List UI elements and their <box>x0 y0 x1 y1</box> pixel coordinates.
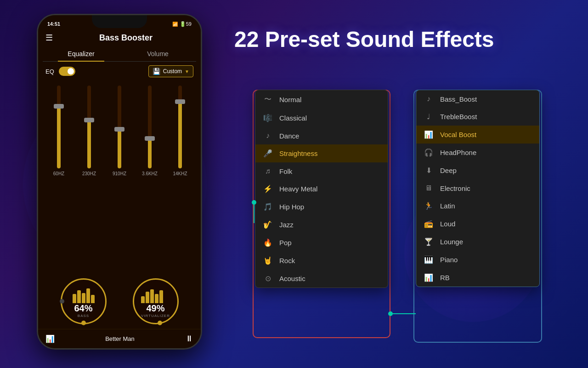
menu-icon[interactable]: ☰ <box>45 33 53 43</box>
slider-thumb-910hz[interactable] <box>114 127 124 132</box>
toggle-knob <box>68 68 74 75</box>
chevron-down-icon: ▼ <box>185 69 189 74</box>
tab-bar: Equalizer Volume <box>43 46 196 62</box>
menu-item-acoustic[interactable]: ⊙ Acoustic <box>255 270 388 288</box>
menu-item-bassboost[interactable]: ♪ Bass_Boost <box>416 90 539 108</box>
knob-inner-virtualizer: 49% VIRTUALIZER <box>141 285 170 318</box>
lounge-icon: 🍸 <box>424 237 434 246</box>
latin-label: Latin <box>440 202 532 210</box>
menu-item-piano[interactable]: 🎹 Piano <box>416 251 539 269</box>
wifi-icon: 📶 <box>172 22 178 27</box>
piano-icon: 🎹 <box>424 255 434 264</box>
menu-item-latin[interactable]: 🏃 Latin <box>416 197 539 215</box>
loud-label: Loud <box>440 220 532 228</box>
menu-item-lounge[interactable]: 🍸 Lounge <box>416 233 539 251</box>
slider-track-910hz[interactable] <box>118 86 121 168</box>
virtualizer-bars <box>141 285 170 303</box>
menu-item-folk[interactable]: ♬ Folk <box>255 162 388 180</box>
loud-icon: 📻 <box>424 219 434 228</box>
virtualizer-knob[interactable]: 49% VIRTUALIZER <box>133 278 179 324</box>
piano-label: Piano <box>440 256 532 264</box>
slider-230hz: 230HZ <box>76 86 102 187</box>
freq-label-3600hz: 3.6KHZ <box>142 171 158 176</box>
menu-item-jazz[interactable]: 🎷 Jazz <box>255 216 388 234</box>
slider-track-60hz[interactable] <box>57 86 61 168</box>
headphone-label: HeadPhone <box>440 149 532 156</box>
slider-thumb-3600hz[interactable] <box>145 136 155 141</box>
equalizer-small-icon: 📊 <box>45 334 55 343</box>
page-headline: 22 Pre-set Sound Effects <box>234 28 579 52</box>
headphone-icon: 🎧 <box>424 148 434 157</box>
bottom-bar: 📊 Better Man ⏸ <box>38 329 201 348</box>
slider-fill-60hz <box>57 104 61 168</box>
bass-bar-4 <box>86 288 90 303</box>
classical-label: Classical <box>279 114 380 122</box>
menu-item-hiphop[interactable]: 🎵 Hip Hop <box>255 198 388 216</box>
menu-item-headphone[interactable]: 🎧 HeadPhone <box>416 144 539 161</box>
knobs-area: 64% BASS <box>38 274 201 329</box>
app-header: ☰ Bass Booster <box>38 29 201 46</box>
folk-label: Folk <box>279 167 380 175</box>
menu-item-normal[interactable]: 〜 Normal <box>255 90 388 109</box>
slider-fill-910hz <box>118 127 121 168</box>
latin-icon: 🏃 <box>424 201 434 210</box>
slider-fill-3600hz <box>148 136 152 168</box>
freq-label-910hz: 910HZ <box>113 171 126 176</box>
menu-item-electronic[interactable]: 🖥 Electronic <box>416 179 539 197</box>
bassboost-label: Bass_Boost <box>440 95 532 103</box>
virt-sublabel: VIRTUALIZER <box>141 314 170 318</box>
slider-fill-230hz <box>87 118 91 168</box>
virt-bar-4 <box>155 294 158 303</box>
folk-icon: ♬ <box>263 167 273 175</box>
preset-selector[interactable]: 💾 Custom ▼ <box>148 65 193 77</box>
slider-thumb-60hz[interactable] <box>54 104 64 109</box>
slider-track-14khz[interactable] <box>178 86 182 168</box>
right-preset-dropdown: ♪ Bass_Boost ♩ TrebleBoost 📊 Vocal Boost… <box>416 90 540 287</box>
slider-thumb-230hz[interactable] <box>84 118 94 122</box>
menu-item-heavymetal[interactable]: ⚡ Heavy Metal <box>255 180 388 198</box>
slider-thumb-14khz[interactable] <box>175 99 185 104</box>
tab-equalizer[interactable]: Equalizer <box>43 46 119 61</box>
bass-knob[interactable]: 64% BASS <box>61 278 107 324</box>
slider-3600hz: 3.6KHZ <box>136 86 163 187</box>
menu-item-trebleboost[interactable]: ♩ TrebleBoost <box>416 108 539 126</box>
menu-item-dance[interactable]: ♪ Dance <box>255 127 388 144</box>
bass-bar-3 <box>82 293 85 303</box>
bass-bars <box>73 285 95 303</box>
virt-bar-1 <box>141 296 145 303</box>
slider-14khz: 14KHZ <box>167 86 193 187</box>
menu-item-loud[interactable]: 📻 Loud <box>416 215 539 233</box>
dance-icon: ♪ <box>263 132 273 140</box>
menu-item-rock[interactable]: 🤘 Rock <box>255 252 388 270</box>
menu-item-deep[interactable]: ⬇ Deep <box>416 161 539 179</box>
preset-save-icon: 💾 <box>153 68 160 75</box>
menu-item-classical[interactable]: 🎼 Classical <box>255 109 388 127</box>
menu-item-vocalboost[interactable]: 📊 Vocal Boost <box>416 126 539 144</box>
slider-60hz: 60HZ <box>45 86 72 187</box>
classical-icon: 🎼 <box>263 114 273 122</box>
tab-volume[interactable]: Volume <box>119 46 196 61</box>
preset-label: Custom <box>163 68 182 75</box>
bass-bar-2 <box>77 290 81 303</box>
song-title: Better Man <box>59 335 181 342</box>
pause-icon[interactable]: ⏸ <box>185 334 193 344</box>
eq-toggle[interactable] <box>59 67 75 76</box>
freq-label-14khz: 14KHZ <box>173 171 187 176</box>
lounge-label: Lounge <box>440 238 532 246</box>
menu-item-pop[interactable]: 🔥 Pop <box>255 234 388 252</box>
jazz-label: Jazz <box>279 221 380 229</box>
virt-bar-5 <box>159 290 163 303</box>
phone-notch <box>92 15 147 28</box>
slider-track-230hz[interactable] <box>87 86 91 168</box>
normal-label: Normal <box>279 96 380 104</box>
virtualizer-knob-container: 49% VIRTUALIZER <box>133 278 179 324</box>
connector-dot-2 <box>388 311 393 316</box>
knob-inner-bass: 64% BASS <box>73 285 95 318</box>
acoustic-label: Acoustic <box>279 275 380 282</box>
menu-item-rb[interactable]: 📊 RB <box>416 269 539 287</box>
menu-item-straightness[interactable]: 🎤 Straightness <box>255 144 388 162</box>
virt-bar-3 <box>150 289 154 303</box>
rock-icon: 🤘 <box>263 256 273 265</box>
trebleboost-icon: ♩ <box>424 112 434 121</box>
slider-track-3600hz[interactable] <box>148 86 152 168</box>
